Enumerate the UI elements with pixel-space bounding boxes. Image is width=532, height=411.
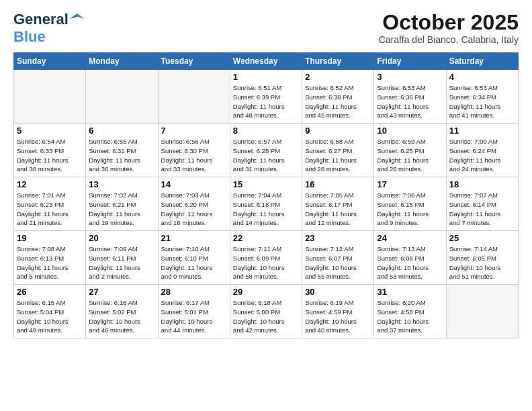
- day-cell-4-6: [446, 285, 518, 338]
- day-info-2-1: Sunrise: 7:02 AM Sunset: 6:21 PM Dayligh…: [89, 191, 154, 228]
- day-num-0-4: 2: [305, 72, 371, 82]
- week-row-2: 12Sunrise: 7:01 AM Sunset: 6:23 PM Dayli…: [14, 177, 519, 231]
- day-info-2-3: Sunrise: 7:04 AM Sunset: 6:18 PM Dayligh…: [233, 191, 299, 228]
- day-info-3-4: Sunrise: 7:12 AM Sunset: 6:07 PM Dayligh…: [305, 244, 371, 281]
- day-info-0-6: Sunrise: 6:53 AM Sunset: 6:34 PM Dayligh…: [449, 83, 515, 120]
- day-cell-1-0: 5Sunrise: 6:54 AM Sunset: 6:33 PM Daylig…: [14, 124, 86, 177]
- day-cell-3-0: 19Sunrise: 7:08 AM Sunset: 6:13 PM Dayli…: [14, 231, 86, 285]
- day-cell-4-2: 28Sunrise: 6:17 AM Sunset: 5:01 PM Dayli…: [158, 285, 230, 338]
- day-num-3-2: 21: [161, 233, 227, 243]
- day-num-4-5: 31: [377, 287, 443, 297]
- day-num-3-6: 25: [449, 233, 515, 243]
- header-tuesday: Tuesday: [158, 53, 230, 70]
- day-info-2-2: Sunrise: 7:03 AM Sunset: 6:20 PM Dayligh…: [161, 191, 227, 228]
- header-friday: Friday: [374, 53, 446, 70]
- day-num-3-1: 20: [89, 233, 154, 243]
- day-cell-1-3: 8Sunrise: 6:57 AM Sunset: 6:28 PM Daylig…: [230, 124, 302, 177]
- day-cell-2-5: 17Sunrise: 7:06 AM Sunset: 6:15 PM Dayli…: [374, 177, 446, 231]
- day-cell-0-4: 2Sunrise: 6:52 AM Sunset: 6:38 PM Daylig…: [302, 70, 374, 124]
- day-num-2-0: 12: [17, 179, 83, 189]
- logo: General Blue: [13, 11, 85, 46]
- day-cell-1-5: 10Sunrise: 6:59 AM Sunset: 6:25 PM Dayli…: [374, 124, 446, 177]
- day-cell-1-1: 6Sunrise: 6:55 AM Sunset: 6:31 PM Daylig…: [86, 124, 158, 177]
- day-cell-0-6: 4Sunrise: 6:53 AM Sunset: 6:34 PM Daylig…: [446, 70, 518, 124]
- month-title: October 2025: [379, 11, 519, 34]
- day-info-1-6: Sunrise: 7:00 AM Sunset: 6:24 PM Dayligh…: [449, 137, 515, 174]
- day-cell-4-1: 27Sunrise: 6:16 AM Sunset: 5:02 PM Dayli…: [86, 285, 158, 338]
- day-cell-3-3: 22Sunrise: 7:11 AM Sunset: 6:09 PM Dayli…: [230, 231, 302, 285]
- day-info-1-1: Sunrise: 6:55 AM Sunset: 6:31 PM Dayligh…: [89, 137, 154, 174]
- day-num-0-6: 4: [449, 72, 515, 82]
- day-cell-4-5: 31Sunrise: 6:20 AM Sunset: 4:58 PM Dayli…: [374, 285, 446, 338]
- day-cell-0-2: [158, 70, 230, 124]
- day-num-1-1: 6: [89, 126, 154, 136]
- day-num-2-5: 17: [377, 179, 443, 189]
- day-info-4-3: Sunrise: 6:18 AM Sunset: 5:00 PM Dayligh…: [233, 298, 299, 335]
- day-num-4-3: 29: [233, 287, 299, 297]
- day-info-2-0: Sunrise: 7:01 AM Sunset: 6:23 PM Dayligh…: [17, 191, 83, 228]
- day-cell-3-6: 25Sunrise: 7:14 AM Sunset: 6:05 PM Dayli…: [446, 231, 518, 285]
- day-cell-1-4: 9Sunrise: 6:58 AM Sunset: 6:27 PM Daylig…: [302, 124, 374, 177]
- logo-bird-icon: [70, 12, 85, 24]
- title-area: October 2025 Caraffa del Bianco, Calabri…: [379, 11, 519, 45]
- week-row-1: 5Sunrise: 6:54 AM Sunset: 6:33 PM Daylig…: [14, 124, 519, 177]
- day-num-1-5: 10: [377, 126, 443, 136]
- day-info-2-5: Sunrise: 7:06 AM Sunset: 6:15 PM Dayligh…: [377, 191, 443, 228]
- header: General Blue October 2025 Caraffa del Bi…: [13, 11, 519, 46]
- day-cell-4-0: 26Sunrise: 6:15 AM Sunset: 5:04 PM Dayli…: [14, 285, 86, 338]
- day-num-4-1: 27: [89, 287, 154, 297]
- day-num-2-2: 14: [161, 179, 227, 189]
- day-info-1-5: Sunrise: 6:59 AM Sunset: 6:25 PM Dayligh…: [377, 137, 443, 174]
- day-info-3-0: Sunrise: 7:08 AM Sunset: 6:13 PM Dayligh…: [17, 244, 83, 281]
- calendar: Sunday Monday Tuesday Wednesday Thursday…: [13, 52, 519, 338]
- day-info-0-5: Sunrise: 6:53 AM Sunset: 6:36 PM Dayligh…: [377, 83, 443, 120]
- svg-marker-1: [70, 13, 77, 19]
- logo-blue-text: Blue: [13, 28, 46, 45]
- day-cell-3-4: 23Sunrise: 7:12 AM Sunset: 6:07 PM Dayli…: [302, 231, 374, 285]
- day-num-1-4: 9: [305, 126, 371, 136]
- day-num-2-4: 16: [305, 179, 371, 189]
- day-cell-4-4: 30Sunrise: 6:19 AM Sunset: 4:59 PM Dayli…: [302, 285, 374, 338]
- weekday-header-row: Sunday Monday Tuesday Wednesday Thursday…: [14, 53, 519, 70]
- day-info-1-4: Sunrise: 6:58 AM Sunset: 6:27 PM Dayligh…: [305, 137, 371, 174]
- day-num-1-2: 7: [161, 126, 227, 136]
- day-num-1-6: 11: [449, 126, 515, 136]
- week-row-3: 19Sunrise: 7:08 AM Sunset: 6:13 PM Dayli…: [14, 231, 519, 285]
- day-info-2-4: Sunrise: 7:05 AM Sunset: 6:17 PM Dayligh…: [305, 191, 371, 228]
- day-info-3-2: Sunrise: 7:10 AM Sunset: 6:10 PM Dayligh…: [161, 244, 227, 281]
- day-cell-0-3: 1Sunrise: 6:51 AM Sunset: 6:39 PM Daylig…: [230, 70, 302, 124]
- day-num-4-0: 26: [17, 287, 83, 297]
- day-num-3-4: 23: [305, 233, 371, 243]
- day-info-3-3: Sunrise: 7:11 AM Sunset: 6:09 PM Dayligh…: [233, 244, 299, 281]
- header-wednesday: Wednesday: [230, 53, 302, 70]
- day-cell-4-3: 29Sunrise: 6:18 AM Sunset: 5:00 PM Dayli…: [230, 285, 302, 338]
- day-num-2-3: 15: [233, 179, 299, 189]
- day-num-0-3: 1: [233, 72, 299, 82]
- day-cell-2-3: 15Sunrise: 7:04 AM Sunset: 6:18 PM Dayli…: [230, 177, 302, 231]
- day-info-2-6: Sunrise: 7:07 AM Sunset: 6:14 PM Dayligh…: [449, 191, 515, 228]
- week-row-0: 1Sunrise: 6:51 AM Sunset: 6:39 PM Daylig…: [14, 70, 519, 124]
- header-monday: Monday: [86, 53, 158, 70]
- day-info-4-5: Sunrise: 6:20 AM Sunset: 4:58 PM Dayligh…: [377, 298, 443, 335]
- day-cell-2-4: 16Sunrise: 7:05 AM Sunset: 6:17 PM Dayli…: [302, 177, 374, 231]
- week-row-4: 26Sunrise: 6:15 AM Sunset: 5:04 PM Dayli…: [14, 285, 519, 338]
- day-info-3-5: Sunrise: 7:13 AM Sunset: 6:06 PM Dayligh…: [377, 244, 443, 281]
- day-num-4-4: 30: [305, 287, 371, 297]
- day-info-0-4: Sunrise: 6:52 AM Sunset: 6:38 PM Dayligh…: [305, 83, 371, 120]
- day-cell-1-2: 7Sunrise: 6:56 AM Sunset: 6:30 PM Daylig…: [158, 124, 230, 177]
- day-cell-2-1: 13Sunrise: 7:02 AM Sunset: 6:21 PM Dayli…: [86, 177, 158, 231]
- day-info-3-6: Sunrise: 7:14 AM Sunset: 6:05 PM Dayligh…: [449, 244, 515, 281]
- day-cell-3-5: 24Sunrise: 7:13 AM Sunset: 6:06 PM Dayli…: [374, 231, 446, 285]
- day-cell-0-0: [14, 70, 86, 124]
- day-info-4-1: Sunrise: 6:16 AM Sunset: 5:02 PM Dayligh…: [89, 298, 154, 335]
- day-info-1-2: Sunrise: 6:56 AM Sunset: 6:30 PM Dayligh…: [161, 137, 227, 174]
- page: General Blue October 2025 Caraffa del Bi…: [0, 0, 532, 345]
- day-cell-2-2: 14Sunrise: 7:03 AM Sunset: 6:20 PM Dayli…: [158, 177, 230, 231]
- day-cell-3-2: 21Sunrise: 7:10 AM Sunset: 6:10 PM Dayli…: [158, 231, 230, 285]
- header-thursday: Thursday: [302, 53, 374, 70]
- day-info-0-3: Sunrise: 6:51 AM Sunset: 6:39 PM Dayligh…: [233, 83, 299, 120]
- day-cell-2-6: 18Sunrise: 7:07 AM Sunset: 6:14 PM Dayli…: [446, 177, 518, 231]
- day-info-3-1: Sunrise: 7:09 AM Sunset: 6:11 PM Dayligh…: [89, 244, 154, 281]
- day-info-4-4: Sunrise: 6:19 AM Sunset: 4:59 PM Dayligh…: [305, 298, 371, 335]
- day-num-3-3: 22: [233, 233, 299, 243]
